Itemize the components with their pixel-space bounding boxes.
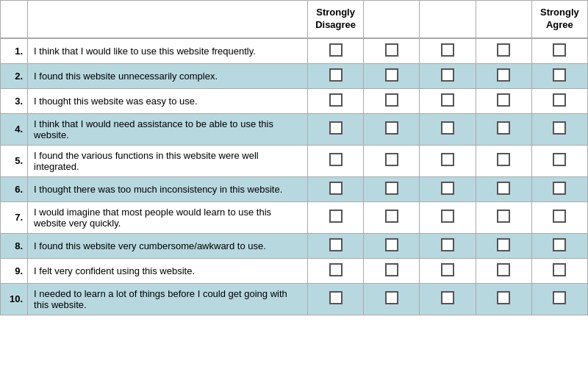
checkbox-cell[interactable] bbox=[420, 176, 476, 201]
checkbox-cell[interactable] bbox=[308, 145, 364, 176]
checkbox-cell[interactable] bbox=[308, 283, 364, 315]
checkbox-cell[interactable] bbox=[364, 63, 420, 88]
checkbox-cell[interactable] bbox=[476, 283, 531, 315]
checkbox[interactable] bbox=[553, 153, 566, 166]
checkbox[interactable] bbox=[553, 182, 566, 195]
checkbox-cell[interactable] bbox=[476, 113, 531, 145]
checkbox-cell[interactable] bbox=[476, 176, 531, 201]
checkbox-cell[interactable] bbox=[308, 38, 364, 64]
checkbox-cell[interactable] bbox=[420, 38, 476, 64]
checkbox[interactable] bbox=[385, 68, 398, 82]
checkbox[interactable] bbox=[553, 210, 566, 223]
checkbox[interactable] bbox=[497, 182, 510, 195]
checkbox[interactable] bbox=[441, 210, 454, 223]
checkbox[interactable] bbox=[553, 238, 566, 251]
checkbox-cell[interactable] bbox=[476, 38, 531, 64]
checkbox-cell[interactable] bbox=[420, 258, 476, 283]
checkbox-cell[interactable] bbox=[531, 145, 587, 176]
checkbox[interactable] bbox=[329, 68, 343, 82]
checkbox-cell[interactable] bbox=[420, 201, 476, 233]
checkbox[interactable] bbox=[329, 291, 343, 304]
checkbox-cell[interactable] bbox=[364, 258, 420, 283]
checkbox[interactable] bbox=[385, 238, 398, 251]
checkbox[interactable] bbox=[329, 93, 343, 107]
checkbox[interactable] bbox=[385, 93, 398, 107]
checkbox-cell[interactable] bbox=[476, 88, 531, 113]
checkbox[interactable] bbox=[553, 43, 566, 57]
checkbox[interactable] bbox=[441, 121, 454, 135]
checkbox[interactable] bbox=[385, 182, 398, 195]
checkbox-cell[interactable] bbox=[364, 113, 420, 145]
checkbox[interactable] bbox=[329, 238, 343, 251]
checkbox[interactable] bbox=[497, 153, 510, 166]
checkbox[interactable] bbox=[553, 263, 566, 276]
checkbox-cell[interactable] bbox=[476, 63, 531, 88]
checkbox[interactable] bbox=[329, 263, 343, 276]
checkbox[interactable] bbox=[497, 68, 510, 82]
checkbox[interactable] bbox=[497, 238, 510, 251]
checkbox[interactable] bbox=[497, 43, 510, 57]
checkbox-cell[interactable] bbox=[531, 113, 587, 145]
checkbox-cell[interactable] bbox=[308, 201, 364, 233]
checkbox[interactable] bbox=[497, 210, 510, 223]
checkbox[interactable] bbox=[497, 93, 510, 107]
checkbox[interactable] bbox=[441, 182, 454, 195]
checkbox-cell[interactable] bbox=[308, 233, 364, 258]
checkbox[interactable] bbox=[441, 93, 454, 107]
checkbox-cell[interactable] bbox=[308, 88, 364, 113]
checkbox-cell[interactable] bbox=[420, 113, 476, 145]
checkbox-cell[interactable] bbox=[308, 63, 364, 88]
checkbox-cell[interactable] bbox=[420, 283, 476, 315]
checkbox-cell[interactable] bbox=[476, 258, 531, 283]
checkbox-cell[interactable] bbox=[364, 201, 420, 233]
checkbox[interactable] bbox=[553, 291, 566, 304]
checkbox[interactable] bbox=[385, 153, 398, 166]
checkbox[interactable] bbox=[441, 291, 454, 304]
checkbox[interactable] bbox=[385, 263, 398, 276]
checkbox[interactable] bbox=[329, 153, 343, 166]
checkbox-cell[interactable] bbox=[476, 201, 531, 233]
checkbox[interactable] bbox=[329, 43, 343, 57]
checkbox-cell[interactable] bbox=[364, 88, 420, 113]
checkbox[interactable] bbox=[441, 153, 454, 166]
checkbox-cell[interactable] bbox=[308, 113, 364, 145]
checkbox-cell[interactable] bbox=[308, 258, 364, 283]
checkbox[interactable] bbox=[385, 210, 398, 223]
checkbox[interactable] bbox=[553, 121, 566, 135]
checkbox[interactable] bbox=[329, 210, 343, 223]
checkbox-cell[interactable] bbox=[420, 88, 476, 113]
checkbox-cell[interactable] bbox=[531, 283, 587, 315]
checkbox-cell[interactable] bbox=[364, 283, 420, 315]
checkbox-cell[interactable] bbox=[364, 145, 420, 176]
checkbox[interactable] bbox=[385, 291, 398, 304]
checkbox[interactable] bbox=[329, 182, 343, 195]
checkbox-cell[interactable] bbox=[476, 233, 531, 258]
checkbox[interactable] bbox=[441, 43, 454, 57]
checkbox[interactable] bbox=[441, 263, 454, 276]
checkbox-cell[interactable] bbox=[531, 176, 587, 201]
checkbox-cell[interactable] bbox=[308, 176, 364, 201]
checkbox-cell[interactable] bbox=[364, 176, 420, 201]
checkbox[interactable] bbox=[497, 263, 510, 276]
checkbox-cell[interactable] bbox=[531, 88, 587, 113]
checkbox[interactable] bbox=[441, 68, 454, 82]
checkbox-cell[interactable] bbox=[531, 258, 587, 283]
checkbox-cell[interactable] bbox=[364, 38, 420, 64]
checkbox[interactable] bbox=[385, 43, 398, 57]
checkbox[interactable] bbox=[385, 121, 398, 135]
checkbox-cell[interactable] bbox=[531, 201, 587, 233]
checkbox-cell[interactable] bbox=[476, 145, 531, 176]
checkbox-cell[interactable] bbox=[420, 63, 476, 88]
checkbox-cell[interactable] bbox=[364, 233, 420, 258]
checkbox[interactable] bbox=[553, 68, 566, 82]
checkbox-cell[interactable] bbox=[531, 38, 587, 64]
checkbox-cell[interactable] bbox=[420, 145, 476, 176]
checkbox[interactable] bbox=[441, 238, 454, 251]
checkbox-cell[interactable] bbox=[531, 63, 587, 88]
checkbox-cell[interactable] bbox=[531, 233, 587, 258]
checkbox[interactable] bbox=[553, 93, 566, 107]
checkbox[interactable] bbox=[497, 121, 510, 135]
checkbox[interactable] bbox=[329, 121, 343, 135]
checkbox[interactable] bbox=[497, 291, 510, 304]
checkbox-cell[interactable] bbox=[420, 233, 476, 258]
